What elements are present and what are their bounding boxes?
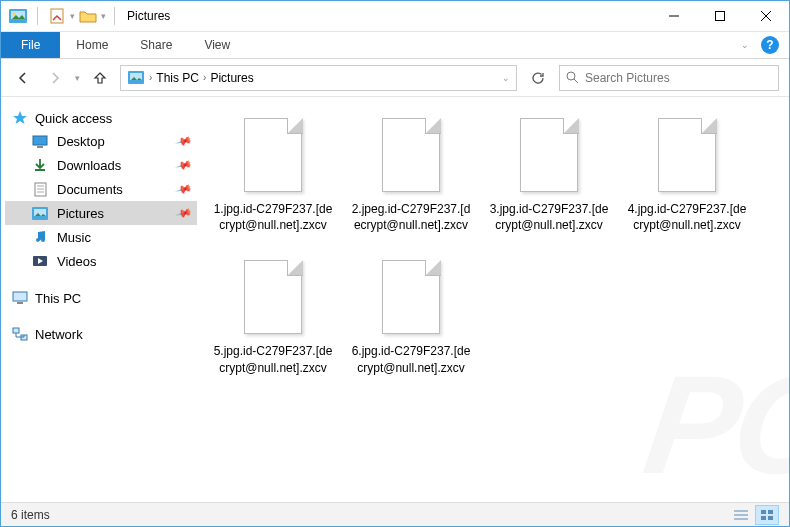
up-button[interactable] bbox=[88, 66, 112, 90]
file-item[interactable]: 6.jpg.id-C279F237.[decrypt@null.net].zxc… bbox=[351, 257, 471, 375]
svg-rect-23 bbox=[13, 328, 19, 333]
sidebar-item-label: Downloads bbox=[57, 158, 121, 173]
separator bbox=[114, 7, 115, 25]
refresh-button[interactable] bbox=[525, 65, 551, 91]
search-placeholder: Search Pictures bbox=[585, 71, 670, 85]
chevron-right-icon[interactable]: › bbox=[203, 72, 206, 83]
quick-access-group: Quick access Desktop📌Downloads📌Documents… bbox=[5, 107, 197, 273]
tab-view[interactable]: View bbox=[188, 32, 246, 58]
navbar: ▾ › This PC › Pictures ⌄ Search Pictures bbox=[1, 59, 789, 97]
ribbon-expand-icon[interactable]: ⌄ bbox=[741, 40, 749, 50]
body: Quick access Desktop📌Downloads📌Documents… bbox=[1, 97, 789, 502]
sidebar: Quick access Desktop📌Downloads📌Documents… bbox=[1, 97, 201, 502]
file-item[interactable]: 2.jpeg.id-C279F237.[decrypt@null.net].zx… bbox=[351, 115, 471, 233]
svg-rect-34 bbox=[768, 516, 773, 520]
sidebar-item-label: Music bbox=[57, 230, 91, 245]
search-icon bbox=[566, 71, 579, 84]
file-grid[interactable]: 1.jpg.id-C279F237.[decrypt@null.net].zxc… bbox=[201, 97, 789, 502]
file-icon bbox=[379, 115, 443, 195]
file-item[interactable]: 3.jpg.id-C279F237.[decrypt@null.net].zxc… bbox=[489, 115, 609, 233]
file-item[interactable]: 4.jpg.id-C279F237.[decrypt@null.net].zxc… bbox=[627, 115, 747, 233]
view-large-icons-button[interactable] bbox=[755, 505, 779, 525]
svg-rect-22 bbox=[17, 302, 23, 304]
qat-customize-icon[interactable]: ▾ bbox=[101, 11, 106, 21]
music-icon bbox=[31, 229, 49, 245]
close-button[interactable] bbox=[743, 1, 789, 31]
sidebar-label: This PC bbox=[35, 291, 81, 306]
maximize-button[interactable] bbox=[697, 1, 743, 31]
tab-home[interactable]: Home bbox=[60, 32, 124, 58]
new-folder-icon[interactable] bbox=[77, 5, 99, 27]
tab-share[interactable]: Share bbox=[124, 32, 188, 58]
svg-rect-21 bbox=[13, 292, 27, 301]
file-icon bbox=[241, 257, 305, 337]
quick-access-toolbar: ▾ ▾ Pictures bbox=[1, 5, 170, 27]
app-icon bbox=[7, 5, 29, 27]
statusbar: 6 items bbox=[1, 502, 789, 527]
computer-icon bbox=[11, 290, 29, 306]
network-icon bbox=[11, 326, 29, 342]
sidebar-item-music[interactable]: Music bbox=[5, 225, 197, 249]
sidebar-item-label: Videos bbox=[57, 254, 97, 269]
qat-dropdown-icon[interactable]: ▾ bbox=[70, 11, 75, 21]
properties-icon[interactable] bbox=[46, 5, 68, 27]
pin-icon: 📌 bbox=[175, 132, 194, 150]
history-dropdown-icon[interactable]: ▾ bbox=[75, 73, 80, 83]
help-icon[interactable]: ? bbox=[761, 36, 779, 54]
file-name: 2.jpeg.id-C279F237.[decrypt@null.net].zx… bbox=[351, 201, 471, 233]
sidebar-item-label: Pictures bbox=[57, 206, 104, 221]
file-name: 3.jpg.id-C279F237.[decrypt@null.net].zxc… bbox=[489, 201, 609, 233]
file-item[interactable]: 1.jpg.id-C279F237.[decrypt@null.net].zxc… bbox=[213, 115, 333, 233]
svg-rect-5 bbox=[716, 12, 725, 21]
sidebar-label: Quick access bbox=[35, 111, 112, 126]
breadcrumb-item[interactable]: Pictures bbox=[210, 71, 253, 85]
sidebar-item-pictures[interactable]: Pictures📌 bbox=[5, 201, 197, 225]
sidebar-item-documents[interactable]: Documents📌 bbox=[5, 177, 197, 201]
file-name: 4.jpg.id-C279F237.[decrypt@null.net].zxc… bbox=[627, 201, 747, 233]
search-input[interactable]: Search Pictures bbox=[559, 65, 779, 91]
breadcrumb[interactable]: › This PC › Pictures ⌄ bbox=[120, 65, 517, 91]
pictures-icon bbox=[127, 70, 145, 86]
window-title: Pictures bbox=[127, 9, 170, 23]
videos-icon bbox=[31, 253, 49, 269]
pictures-icon bbox=[31, 205, 49, 221]
pin-icon: 📌 bbox=[175, 204, 194, 222]
sidebar-item-quick-access[interactable]: Quick access bbox=[5, 107, 197, 129]
pin-icon: 📌 bbox=[175, 180, 194, 198]
forward-button[interactable] bbox=[43, 66, 67, 90]
ribbon: File Home Share View ⌄ ? bbox=[1, 32, 789, 59]
sidebar-item-label: Documents bbox=[57, 182, 123, 197]
file-icon bbox=[241, 115, 305, 195]
sidebar-item-videos[interactable]: Videos bbox=[5, 249, 197, 273]
breadcrumb-dropdown-icon[interactable]: ⌄ bbox=[502, 73, 510, 83]
file-icon bbox=[379, 257, 443, 337]
star-icon bbox=[11, 110, 29, 126]
desktop-icon bbox=[31, 133, 49, 149]
svg-rect-13 bbox=[37, 146, 43, 148]
downloads-icon bbox=[31, 157, 49, 173]
window-controls bbox=[651, 1, 789, 31]
sidebar-item-this-pc[interactable]: This PC bbox=[5, 287, 197, 309]
documents-icon bbox=[31, 181, 49, 197]
status-text: 6 items bbox=[11, 508, 50, 522]
view-details-button[interactable] bbox=[729, 505, 753, 525]
breadcrumb-item[interactable]: This PC bbox=[156, 71, 199, 85]
svg-point-10 bbox=[567, 72, 575, 80]
file-icon bbox=[517, 115, 581, 195]
svg-rect-32 bbox=[768, 510, 773, 514]
svg-point-2 bbox=[13, 13, 16, 16]
sidebar-item-network[interactable]: Network bbox=[5, 323, 197, 345]
titlebar: ▾ ▾ Pictures bbox=[1, 1, 789, 32]
sidebar-item-desktop[interactable]: Desktop📌 bbox=[5, 129, 197, 153]
file-tab[interactable]: File bbox=[1, 32, 60, 58]
pin-icon: 📌 bbox=[175, 156, 194, 174]
svg-rect-31 bbox=[761, 510, 766, 514]
back-button[interactable] bbox=[11, 66, 35, 90]
sidebar-label: Network bbox=[35, 327, 83, 342]
sidebar-item-downloads[interactable]: Downloads📌 bbox=[5, 153, 197, 177]
file-item[interactable]: 5.jpg.id-C279F237.[decrypt@null.net].zxc… bbox=[213, 257, 333, 375]
chevron-right-icon[interactable]: › bbox=[149, 72, 152, 83]
separator bbox=[37, 7, 38, 25]
svg-rect-33 bbox=[761, 516, 766, 520]
minimize-button[interactable] bbox=[651, 1, 697, 31]
